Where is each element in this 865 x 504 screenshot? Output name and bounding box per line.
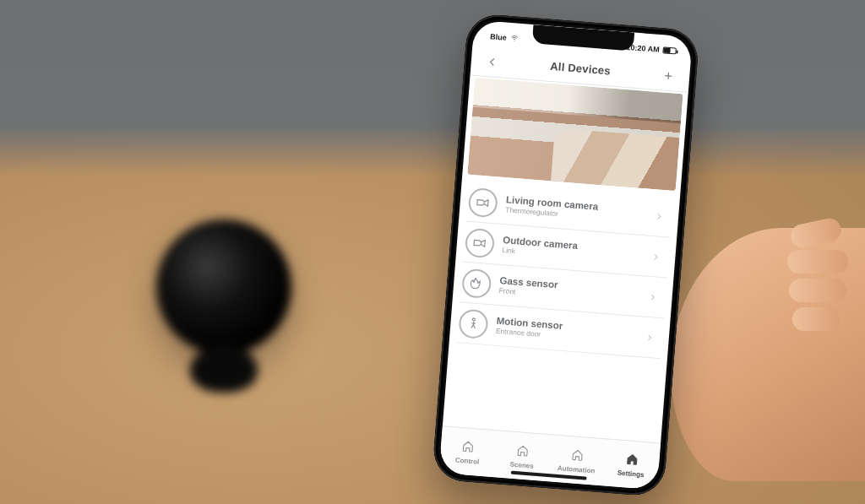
desk-camera-prop — [156, 219, 317, 405]
carrier-label: Blue — [490, 32, 507, 42]
device-labels: Outdoor camera Link — [502, 235, 644, 265]
chevron-left-icon — [486, 55, 498, 68]
flame-icon — [461, 268, 492, 299]
chevron-right-icon — [648, 289, 662, 305]
house-icon — [514, 443, 530, 459]
device-labels: Living room camera Thermoregulator — [505, 194, 647, 225]
svg-point-0 — [514, 41, 514, 41]
phone-screen: Blue 10:20 AM All Devices — [439, 20, 693, 490]
camera-icon — [465, 227, 496, 258]
tab-label: Scenes — [509, 460, 534, 469]
house-icon — [460, 438, 476, 454]
photo-background — [0, 0, 865, 504]
camera-preview[interactable] — [467, 78, 683, 191]
svg-point-1 — [472, 317, 475, 320]
device-labels: Motion sensor Entrance door — [496, 316, 638, 346]
motion-icon — [458, 308, 489, 339]
plus-icon — [662, 69, 675, 82]
wifi-icon — [509, 34, 519, 43]
add-device-button[interactable] — [658, 66, 678, 86]
house-icon — [623, 452, 639, 468]
back-button[interactable] — [482, 51, 503, 72]
house-icon — [569, 447, 585, 463]
page-title: All Devices — [550, 60, 612, 78]
camera-icon — [468, 187, 499, 218]
device-list: Living room camera Thermoregulator Outdo… — [449, 181, 680, 360]
chevron-right-icon — [654, 209, 668, 225]
tab-label: Automation — [558, 464, 596, 474]
chevron-right-icon — [651, 249, 666, 265]
device-labels: Gass sensor Front — [498, 275, 640, 306]
smartphone: Blue 10:20 AM All Devices — [432, 13, 700, 497]
chevron-right-icon — [645, 329, 659, 345]
tab-label: Settings — [617, 469, 645, 478]
tab-label: Control — [455, 456, 480, 465]
battery-icon — [662, 46, 677, 54]
